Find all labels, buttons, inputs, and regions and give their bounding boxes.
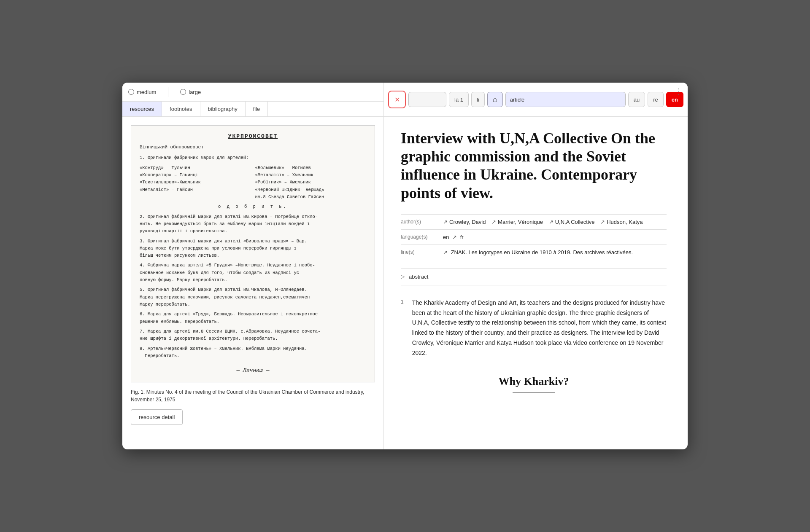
- author-hudson[interactable]: Hudson, Katya: [607, 219, 643, 225]
- main-window: medium large resources footnotes: [122, 83, 688, 449]
- document-image: УКРПРОМСОВЕТ Вінницький облпромсовет 1. …: [131, 125, 375, 382]
- author-una[interactable]: U,N,A Collective: [555, 219, 595, 225]
- nav-li[interactable]: li: [471, 92, 485, 107]
- dots-menu[interactable]: ⋮: [675, 87, 683, 96]
- meta-label-lines: line(s): [401, 245, 443, 260]
- section-divider: [513, 392, 555, 392]
- tab-footnotes[interactable]: footnotes: [162, 102, 200, 116]
- nav-input[interactable]: [408, 92, 446, 107]
- metadata-table: author(s) ↗Crowley, David ↗Marrier, Véro…: [401, 214, 667, 260]
- author-crowley[interactable]: Crowley, David: [449, 219, 486, 225]
- size-medium[interactable]: medium: [128, 89, 156, 95]
- meta-value-lines: ↗ ZNAK. Les logotypes en Ukraine de 1910…: [443, 245, 667, 260]
- meta-row-languages: language(s) en ↗ fr: [401, 229, 667, 245]
- tab-resources[interactable]: resources: [122, 102, 162, 116]
- radio-large: [180, 89, 186, 95]
- tabs-row: resources footnotes bibliography file: [122, 102, 383, 116]
- meta-row-authors: author(s) ↗Crowley, David ↗Marrier, Véro…: [401, 214, 667, 229]
- size-large-label: large: [189, 89, 201, 95]
- size-divider: [168, 87, 168, 97]
- abstract-arrow: ▷: [401, 274, 405, 279]
- abstract-row[interactable]: ▷ abstract: [401, 268, 667, 285]
- close-button[interactable]: ✕: [388, 91, 406, 108]
- meta-value-languages: en ↗ fr: [443, 229, 667, 245]
- size-medium-label: medium: [137, 89, 156, 95]
- right-panel-header: ✕ la 1 li ⌂ article au: [384, 83, 688, 116]
- nav-home[interactable]: ⌂: [487, 92, 503, 107]
- main-content: УКРПРОМСОВЕТ Вінницький облпромсовет 1. …: [122, 117, 688, 449]
- meta-label-authors: author(s): [401, 214, 443, 229]
- meta-label-languages: language(s): [401, 229, 443, 245]
- doc-subtitle: Вінницький облпромсовет: [140, 144, 366, 151]
- footnote-body: 1 The Kharkiv Academy of Design and Art,…: [401, 298, 667, 358]
- nav-re[interactable]: re: [648, 92, 664, 107]
- search-bar[interactable]: article: [505, 92, 626, 107]
- left-panel: УКРПРОМСОВЕТ Вінницький облпромсовет 1. …: [122, 117, 384, 449]
- nav-au[interactable]: au: [628, 92, 645, 107]
- footnote-text: The Kharkiv Academy of Design and Art, i…: [412, 298, 667, 358]
- fig-caption: Fig. 1. Minutes No. 4 of the meeting of …: [131, 388, 375, 403]
- author-marrier[interactable]: Marrier, Véronique: [498, 219, 543, 225]
- section-heading: Why Kharkiv?: [401, 375, 667, 388]
- article-title: Interview with U,N,A Collective On the g…: [401, 129, 667, 202]
- right-panel: Interview with U,N,A Collective On the g…: [384, 117, 688, 449]
- radio-medium: [128, 89, 134, 95]
- nav-la1[interactable]: la 1: [449, 92, 469, 107]
- meta-value-authors: ↗Crowley, David ↗Marrier, Véronique ↗U,N…: [443, 214, 667, 229]
- top-bar: medium large resources footnotes: [122, 83, 688, 117]
- home-icon: ⌂: [493, 95, 497, 104]
- tab-bibliography[interactable]: bibliography: [200, 102, 246, 116]
- doc-signature: — Личниш —: [140, 366, 366, 375]
- resource-detail-button[interactable]: resource detail: [131, 409, 183, 425]
- left-panel-header: medium large resources footnotes: [122, 83, 384, 116]
- meta-row-lines: line(s) ↗ ZNAK. Les logotypes en Ukraine…: [401, 245, 667, 260]
- close-icon: ✕: [394, 96, 400, 104]
- size-options: medium large: [122, 83, 383, 102]
- size-large[interactable]: large: [180, 89, 201, 95]
- tab-file[interactable]: file: [246, 102, 268, 116]
- doc-body: 1. Оригинали фабричних марок для артелей…: [140, 154, 366, 360]
- abstract-label: abstract: [409, 274, 428, 280]
- footnote-number: 1: [401, 298, 404, 358]
- doc-title: УКРПРОМСОВЕТ: [140, 132, 366, 141]
